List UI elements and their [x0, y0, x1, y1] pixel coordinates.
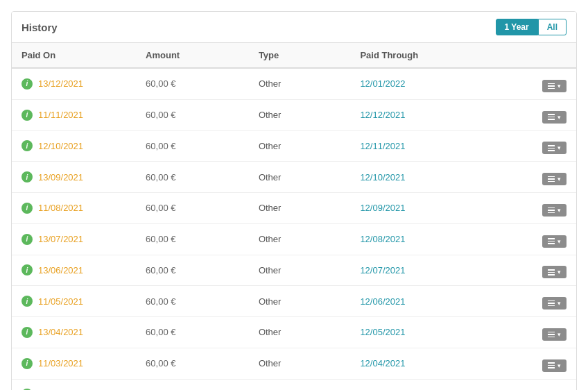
row-action-button[interactable]: ▾	[542, 235, 567, 248]
info-icon[interactable]: i	[21, 327, 33, 338]
cell-paid-on: i11/03/2021	[12, 348, 136, 379]
menu-line-1	[548, 207, 555, 209]
paid-on-date-link[interactable]: 13/06/2021	[38, 265, 83, 275]
col-header-paid-on: Paid On	[12, 43, 136, 68]
menu-lines-icon	[548, 83, 555, 90]
paid-on-date-link[interactable]: 11/11/2021	[38, 110, 83, 120]
row-action-button[interactable]: ▾	[542, 328, 567, 341]
paid-through-date-link[interactable]: 12/10/2021	[360, 172, 405, 183]
cell-amount: 60,00 €	[136, 162, 249, 193]
info-icon[interactable]: i	[21, 78, 33, 90]
type-value: Other	[259, 78, 282, 89]
info-icon[interactable]: i	[21, 203, 33, 214]
info-icon[interactable]: i	[21, 296, 33, 307]
cell-paid-through: 12/08/2021	[350, 223, 519, 255]
row-action-button[interactable]: ▾	[542, 80, 567, 92]
info-icon[interactable]: i	[21, 171, 33, 183]
panel-title: History	[21, 22, 58, 33]
type-value: Other	[259, 265, 282, 275]
filter-all-button[interactable]: All	[538, 19, 567, 35]
paid-through-date-link[interactable]: 12/09/2021	[360, 203, 405, 213]
menu-lines-icon	[548, 238, 555, 244]
amount-value: 60,00 €	[146, 296, 175, 307]
caret-down-icon: ▾	[557, 362, 561, 369]
menu-line-3	[548, 305, 555, 307]
paid-on-date-link[interactable]: 13/12/2021	[38, 78, 83, 89]
cell-paid-on: i12/10/2021	[12, 130, 136, 162]
filter-1year-button[interactable]: 1 Year	[496, 19, 538, 35]
paid-on-date-link[interactable]: 13/04/2021	[38, 327, 83, 337]
paid-through-date-link[interactable]: 12/04/2021	[360, 358, 405, 368]
cell-paid-on: i11/11/2021	[12, 99, 136, 130]
info-icon[interactable]: i	[21, 234, 33, 245]
cell-type: Other	[249, 130, 351, 162]
amount-value: 60,00 €	[146, 141, 175, 151]
table-row: i13/09/202160,00 €Other12/10/2021 ▾	[12, 162, 576, 193]
row-action-button[interactable]: ▾	[542, 173, 567, 185]
cell-action: ▾	[520, 99, 576, 130]
paid-through-date-link[interactable]: 12/07/2021	[360, 265, 405, 275]
row-action-button[interactable]: ▾	[542, 204, 567, 217]
info-icon[interactable]: i	[21, 110, 33, 121]
row-action-button[interactable]: ▾	[542, 266, 567, 278]
paid-on-date-link[interactable]: 13/09/2021	[38, 172, 83, 183]
info-icon[interactable]: i	[21, 358, 33, 369]
caret-down-icon: ▾	[557, 144, 561, 151]
info-icon[interactable]: i	[21, 264, 33, 275]
caret-down-icon: ▾	[557, 114, 561, 121]
menu-line-3	[548, 243, 555, 244]
menu-line-3	[548, 88, 555, 90]
menu-line-1	[548, 238, 555, 239]
paid-on-date-link[interactable]: 11/05/2021	[38, 296, 83, 307]
cell-paid-on: i13/04/2021	[12, 317, 136, 348]
menu-line-2	[548, 303, 555, 304]
paid-through-date-link[interactable]: 12/11/2021	[360, 141, 405, 151]
table-row: i11/02/202160,00 €Other12/03/2021 ▾	[12, 379, 576, 390]
cell-action: ▾	[520, 223, 576, 255]
table-row: i12/10/202160,00 €Other12/11/2021 ▾	[12, 130, 576, 162]
menu-line-2	[548, 117, 555, 118]
caret-down-icon: ▾	[557, 238, 561, 245]
menu-line-2	[548, 178, 555, 180]
menu-line-1	[548, 362, 555, 364]
paid-through-date-link[interactable]: 12/12/2021	[360, 110, 405, 120]
amount-value: 60,00 €	[146, 234, 175, 244]
type-value: Other	[259, 172, 282, 183]
table-row: i13/04/202160,00 €Other12/05/2021 ▾	[12, 317, 576, 348]
paid-on-date-link[interactable]: 11/08/2021	[38, 203, 83, 213]
cell-action: ▾	[520, 379, 576, 390]
amount-value: 60,00 €	[146, 110, 175, 120]
table-row: i11/03/202160,00 €Other12/04/2021 ▾	[12, 348, 576, 379]
cell-paid-on: i11/08/2021	[12, 193, 136, 224]
cell-paid-on: i11/05/2021	[12, 286, 136, 317]
cell-type: Other	[249, 348, 351, 379]
cell-action: ▾	[520, 348, 576, 379]
col-header-type: Type	[249, 43, 351, 68]
row-action-button[interactable]: ▾	[542, 111, 567, 124]
cell-paid-on: i13/09/2021	[12, 162, 136, 193]
paid-through-date-link[interactable]: 12/06/2021	[360, 296, 405, 307]
table-row: i13/07/202160,00 €Other12/08/2021 ▾	[12, 223, 576, 255]
cell-paid-on: i13/12/2021	[12, 68, 136, 99]
menu-line-1	[548, 269, 555, 271]
row-action-button[interactable]: ▾	[542, 297, 567, 310]
paid-through-date-link[interactable]: 12/05/2021	[360, 327, 405, 337]
info-icon[interactable]: i	[21, 140, 33, 151]
caret-down-icon: ▾	[557, 207, 561, 214]
paid-on-date-link[interactable]: 12/10/2021	[38, 141, 83, 151]
cell-type: Other	[249, 286, 351, 317]
cell-type: Other	[249, 162, 351, 193]
cell-action: ▾	[520, 286, 576, 317]
row-action-button[interactable]: ▾	[542, 142, 567, 154]
type-value: Other	[259, 203, 282, 213]
table-row: i13/06/202160,00 €Other12/07/2021 ▾	[12, 255, 576, 286]
row-action-button[interactable]: ▾	[542, 359, 567, 372]
cell-paid-through: 12/05/2021	[350, 317, 519, 348]
paid-through-date-link[interactable]: 12/01/2022	[360, 78, 405, 89]
paid-on-date-link[interactable]: 13/07/2021	[38, 234, 83, 244]
paid-through-date-link[interactable]: 12/08/2021	[360, 234, 405, 244]
menu-lines-icon	[548, 145, 555, 151]
col-header-paid-through: Paid Through	[350, 43, 519, 68]
type-value: Other	[259, 141, 282, 151]
paid-on-date-link[interactable]: 11/03/2021	[38, 358, 83, 368]
